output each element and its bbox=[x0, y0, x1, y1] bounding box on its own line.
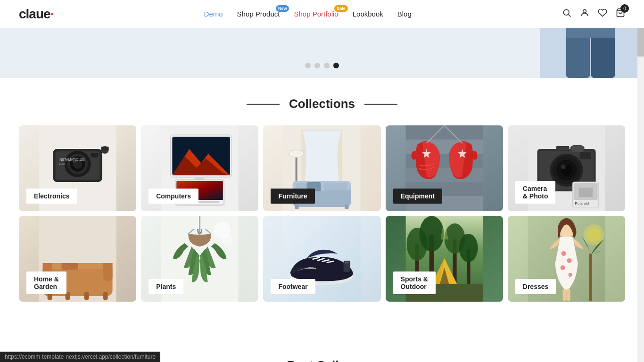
collection-sports[interactable]: Sports &Outdoor bbox=[386, 216, 503, 302]
svg-point-113 bbox=[561, 251, 566, 256]
slider-dot-3[interactable] bbox=[324, 63, 330, 68]
collections-section: Collections I bbox=[0, 97, 644, 302]
svg-line-1 bbox=[569, 15, 571, 17]
collection-label-camera: Camera& Photo bbox=[515, 181, 556, 204]
nav-shop-portfolio[interactable]: Shop Portfolio Sale bbox=[294, 10, 338, 18]
svg-rect-82 bbox=[84, 292, 89, 300]
slider-dot-2[interactable] bbox=[314, 63, 320, 68]
collection-furniture[interactable]: Furniture bbox=[263, 125, 380, 211]
collection-dresses[interactable]: Dresses bbox=[508, 216, 625, 302]
svg-rect-70 bbox=[578, 188, 593, 197]
svg-rect-85 bbox=[39, 216, 116, 263]
collection-label-dresses: Dresses bbox=[515, 279, 556, 294]
svg-rect-16 bbox=[91, 153, 99, 157]
slider-dot-1[interactable] bbox=[305, 63, 311, 68]
search-icon[interactable] bbox=[562, 8, 571, 20]
slider-dots bbox=[305, 63, 339, 68]
svg-point-2 bbox=[583, 9, 586, 13]
slider-dot-4[interactable] bbox=[333, 63, 339, 68]
svg-rect-111 bbox=[589, 254, 592, 301]
slider-image bbox=[540, 28, 644, 78]
collection-label-plants: Plants bbox=[149, 279, 183, 294]
svg-point-115 bbox=[560, 265, 565, 270]
collection-label-furniture: Furniture bbox=[271, 189, 314, 204]
collection-camera[interactable]: Polaroid Camera& Photo bbox=[508, 125, 625, 211]
svg-rect-67 bbox=[579, 152, 591, 159]
logo-dot: · bbox=[50, 7, 54, 22]
status-url: https://ecomm-template-nextjs.vercel.app… bbox=[5, 354, 156, 360]
collections-row-2: Home &Garden bbox=[0, 216, 644, 302]
svg-point-0 bbox=[563, 9, 569, 15]
header-icons: 0 bbox=[562, 8, 625, 20]
svg-rect-20 bbox=[101, 147, 109, 150]
svg-point-92 bbox=[222, 234, 233, 245]
nav-demo[interactable]: Demo bbox=[204, 10, 223, 18]
collection-label-footwear: Footwear bbox=[271, 279, 315, 294]
cart-icon[interactable]: 0 bbox=[616, 8, 625, 20]
svg-rect-118 bbox=[566, 289, 570, 301]
svg-text:Kodak: Kodak bbox=[59, 163, 66, 165]
svg-text:INSTAMATIC 133: INSTAMATIC 133 bbox=[59, 158, 85, 161]
status-bar: https://ecomm-template-nextjs.vercel.app… bbox=[0, 352, 160, 362]
svg-point-120 bbox=[586, 228, 601, 242]
collection-label-electronics: Electronics bbox=[26, 189, 77, 204]
nav-blog[interactable]: Blog bbox=[397, 10, 412, 18]
collection-equipment[interactable]: Equipment bbox=[386, 125, 503, 211]
header: claue· Demo Shop Product New Shop Portfo… bbox=[0, 0, 644, 28]
nav-shop-product[interactable]: Shop Product New bbox=[237, 10, 280, 18]
nav-lookbook[interactable]: Lookbook bbox=[353, 10, 383, 18]
svg-rect-66 bbox=[556, 146, 569, 150]
svg-rect-46 bbox=[405, 125, 483, 140]
collection-label-home-garden: Home &Garden bbox=[26, 272, 66, 294]
main-nav: Demo Shop Product New Shop Portfolio Sal… bbox=[204, 10, 412, 18]
hero-slider[interactable] bbox=[0, 28, 644, 78]
scrollbar[interactable] bbox=[637, 0, 644, 362]
svg-rect-42 bbox=[295, 205, 299, 209]
collections-title: Collections bbox=[0, 97, 644, 111]
new-badge: New bbox=[276, 5, 289, 12]
collection-computers[interactable]: Computers bbox=[141, 125, 258, 211]
collections-row-1: INSTAMATIC 133 Kodak Electronics bbox=[0, 125, 644, 211]
svg-rect-117 bbox=[562, 289, 566, 301]
svg-rect-41 bbox=[324, 183, 347, 190]
cart-count: 0 bbox=[620, 4, 629, 13]
svg-text:Polaroid: Polaroid bbox=[575, 201, 588, 206]
logo-text: claue bbox=[19, 7, 50, 22]
svg-rect-99 bbox=[345, 262, 349, 263]
collection-electronics[interactable]: INSTAMATIC 133 Kodak Electronics bbox=[19, 125, 136, 211]
svg-rect-35 bbox=[302, 130, 342, 187]
collection-home-garden[interactable]: Home &Garden bbox=[19, 216, 136, 302]
collection-plants[interactable]: Plants bbox=[141, 216, 258, 302]
wishlist-icon[interactable] bbox=[598, 8, 607, 20]
collection-label-sports: Sports &Outdoor bbox=[393, 272, 436, 294]
svg-point-108 bbox=[459, 234, 478, 262]
svg-rect-65 bbox=[572, 145, 582, 152]
svg-point-114 bbox=[567, 258, 571, 263]
collection-footwear[interactable]: Footwear bbox=[263, 216, 380, 302]
logo[interactable]: claue· bbox=[19, 7, 53, 22]
collection-label-equipment: Equipment bbox=[393, 189, 442, 204]
svg-rect-43 bbox=[345, 205, 349, 209]
sale-badge: Sale bbox=[334, 5, 348, 12]
svg-rect-7 bbox=[566, 28, 615, 38]
svg-rect-83 bbox=[103, 292, 108, 300]
svg-point-37 bbox=[289, 150, 304, 157]
svg-point-116 bbox=[568, 273, 572, 277]
collection-label-computers: Computers bbox=[149, 189, 198, 204]
svg-point-106 bbox=[419, 216, 444, 252]
svg-point-63 bbox=[561, 165, 565, 169]
user-icon[interactable] bbox=[580, 8, 589, 20]
